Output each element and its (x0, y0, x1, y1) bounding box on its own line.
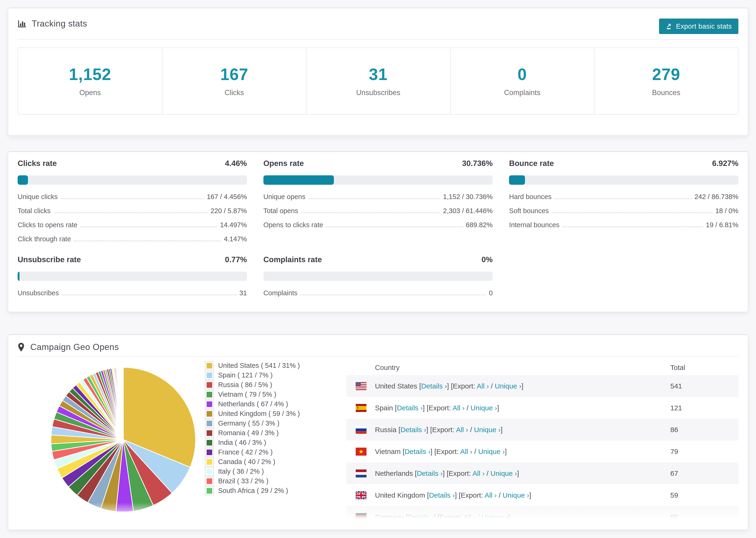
details-link[interactable]: Details › (417, 469, 443, 477)
country-name: United States (375, 382, 419, 390)
rate-row-value: 14.497% (220, 221, 247, 229)
rate-progress-track (18, 175, 247, 185)
legend-item[interactable]: Canada ( 40 / 2% ) (205, 457, 337, 467)
flag-icon-gb (356, 491, 366, 499)
dotted-leader (61, 198, 204, 199)
legend-swatch (205, 458, 213, 466)
legend-item[interactable]: Romania ( 49 / 3% ) (205, 428, 337, 438)
rate-row-value: 1,152 / 30.736% (443, 193, 493, 201)
legend-item[interactable]: South Africa ( 29 / 2% ) (205, 486, 337, 496)
export-unique-link[interactable]: Unique › (482, 513, 508, 521)
slash-text: / (497, 491, 503, 499)
details-link[interactable]: Details › (397, 404, 423, 412)
rate-detail-rows: Unique clicks 167 / 4.456% Total clicks … (18, 190, 247, 246)
export-all-link[interactable]: All › (453, 404, 465, 412)
rate-detail-row: Hard bounces 242 / 86.738% (509, 190, 738, 204)
details-link[interactable]: Details › (405, 448, 430, 456)
flag-icon-de (356, 513, 366, 521)
flag-icon-ru (356, 426, 366, 434)
tracking-stats-header: Tracking stats Export basic stats (18, 8, 738, 40)
stat-value: 279 (652, 65, 680, 84)
country-name: Vietnam (375, 448, 403, 456)
stat-label: Complaints (504, 88, 540, 97)
export-unique-link[interactable]: Unique › (490, 469, 517, 477)
rate-detail-rows: Complaints 0 (263, 286, 493, 300)
stat-label: Unsubscribes (356, 88, 400, 97)
export-unique-link[interactable]: Unique › (470, 404, 497, 412)
export-unique-link[interactable]: Unique › (503, 491, 529, 499)
export-all-link[interactable]: All › (485, 491, 497, 499)
dotted-leader (552, 212, 713, 213)
export-icon (666, 23, 673, 30)
legend-item[interactable]: India ( 46 / 3% ) (205, 438, 337, 447)
export-all-link[interactable]: All › (477, 382, 489, 390)
rate-title: Clicks rate (18, 159, 57, 168)
export-unique-link[interactable]: Unique › (474, 426, 501, 434)
rate-progress-fill (18, 272, 20, 281)
legend-label: France ( 42 / 2% ) (218, 448, 273, 456)
geo-header: Campaign Geo Opens (18, 335, 738, 356)
details-link[interactable]: Details › (429, 491, 455, 499)
geo-country-table: Country Total United States [Details ›] … (346, 360, 738, 528)
pie-legend: United States ( 541 / 31% ) Spain ( 121 … (205, 360, 337, 528)
export-all-link[interactable]: All › (463, 513, 476, 521)
rate-title: Bounce rate (509, 159, 554, 168)
rate-detail-rows: Unique opens 1,152 / 30.736% Total opens… (263, 190, 493, 232)
rate-value: 30.736% (462, 159, 493, 168)
legend-item[interactable]: Italy ( 36 / 2% ) (205, 467, 337, 476)
country-cell: Spain [Details ›] [Export: All › / Uniqu… (375, 404, 670, 412)
legend-swatch (205, 400, 213, 408)
pie-slice-small[interactable] (123, 367, 123, 440)
stat-cell: 0 Complaints (450, 48, 594, 114)
export-all-link[interactable]: All › (460, 448, 472, 456)
bar-chart-icon (18, 19, 27, 28)
rate-row-value: 31 (239, 289, 247, 297)
stat-value: 0 (517, 65, 527, 84)
legend-item[interactable]: United Kingdom ( 59 / 3% ) (205, 409, 337, 418)
country-cell: United Kingdom [Details ›] [Export: All … (375, 491, 670, 499)
slash-text: / (489, 382, 495, 390)
rate-row-label: Internal bounces (509, 221, 559, 229)
details-link[interactable]: Details › (408, 513, 434, 521)
geo-content: United States ( 541 / 31% ) Spain ( 121 … (18, 360, 738, 528)
rate-detail-row: Total clicks 220 / 5.87% (18, 204, 247, 218)
flag-icon-vn (356, 448, 366, 456)
details-link[interactable]: Details › (400, 426, 426, 434)
column-header-total: Total (670, 364, 731, 372)
export-basic-stats-button[interactable]: Export basic stats (659, 19, 738, 34)
stat-label: Clicks (225, 88, 244, 97)
bracket-text: ] (501, 426, 503, 434)
legend-item[interactable]: Vietnam ( 79 / 5% ) (205, 390, 337, 399)
legend-label: Brazil ( 33 / 2% ) (218, 477, 268, 485)
legend-item[interactable]: France ( 42 / 2% ) (205, 447, 337, 457)
legend-item[interactable]: Netherlands ( 67 / 4% ) (205, 399, 337, 409)
details-link[interactable]: Details › (421, 382, 447, 390)
dotted-leader (62, 295, 237, 295)
legend-item[interactable]: United States ( 541 / 31% ) (205, 361, 337, 370)
map-pin-icon (18, 342, 25, 352)
legend-item[interactable]: Germany ( 55 / 3% ) (205, 418, 337, 428)
slash-text: / (472, 448, 478, 456)
total-cell: 67 (670, 469, 731, 477)
legend-item[interactable]: Russia ( 86 / 5% ) (205, 380, 337, 390)
export-unique-link[interactable]: Unique › (495, 382, 521, 390)
column-header-country: Country (375, 364, 670, 372)
export-all-link[interactable]: All › (456, 426, 468, 434)
export-label-text: ] [Export: (426, 426, 456, 434)
rate-row-label: Complaints (263, 289, 297, 297)
rate-row-value: 19 / 6.81% (706, 221, 738, 229)
legend-item[interactable]: Spain ( 121 / 7% ) (205, 370, 337, 380)
rate-row-value: 220 / 5.87% (211, 207, 247, 215)
country-cell: Russia [Details ›] [Export: All › / Uniq… (375, 426, 670, 434)
rate-detail-row: Unique clicks 167 / 4.456% (18, 190, 247, 204)
total-cell: 59 (670, 491, 731, 499)
stat-value: 1,152 (69, 65, 111, 84)
country-name: Netherlands (375, 469, 415, 477)
bracket-text: [ (427, 491, 429, 499)
flag-icon-nl (356, 469, 366, 477)
export-unique-link[interactable]: Unique › (478, 448, 505, 456)
legend-item[interactable]: Brazil ( 33 / 2% ) (205, 476, 337, 486)
table-header-row: Country Total (346, 360, 738, 375)
export-all-link[interactable]: All › (472, 469, 485, 477)
table-body: United States [Details ›] [Export: All ›… (346, 375, 738, 528)
